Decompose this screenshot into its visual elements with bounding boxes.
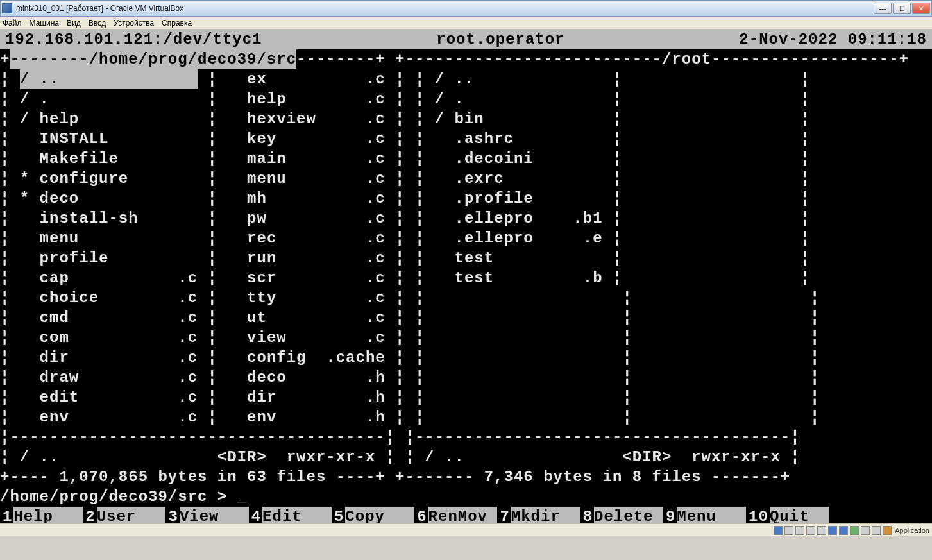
left-panel-path: /home/prog/deco39/src: [89, 49, 296, 69]
file-item[interactable]: draw .c: [20, 368, 198, 387]
file-item[interactable]: profile: [20, 248, 198, 268]
close-button[interactable]: ✕: [912, 3, 930, 14]
header-host: 192.168.101.121:/dev/ttyc1: [5, 30, 262, 49]
panel-info-row: ¦ / .. <DIR> rwxr-xr-x ¦ ¦ / .. <DIR> rw…: [0, 447, 932, 467]
file-item[interactable]: rec .c: [227, 228, 385, 248]
file-item[interactable]: config .cache: [227, 348, 385, 368]
fnkey-quit[interactable]: 10Quit: [746, 507, 829, 523]
file-item[interactable]: scr .c: [227, 268, 385, 288]
file-item[interactable]: menu .c: [227, 169, 385, 189]
panel-summary-row: +---- 1,070,865 bytes in 63 files ----+ …: [0, 467, 932, 487]
file-item[interactable]: key .c: [227, 129, 385, 149]
file-item[interactable]: .ashrc: [435, 129, 603, 149]
fnkey-view[interactable]: 3View: [165, 507, 248, 523]
app-icon: [2, 3, 12, 13]
file-item[interactable]: dir .c: [20, 348, 198, 368]
fnkey-help[interactable]: 1Help: [0, 507, 83, 523]
file-item[interactable]: edit .c: [20, 387, 198, 407]
file-item[interactable]: * deco: [20, 189, 198, 208]
file-item[interactable]: .exrc: [435, 169, 603, 189]
file-item[interactable]: com .c: [20, 328, 198, 348]
menubar: Файл Машина Вид Ввод Устройства Справка: [0, 17, 932, 30]
file-item[interactable]: help .c: [227, 89, 385, 109]
header-datetime: 2-Nov-2022 09:11:18: [739, 30, 927, 49]
file-item[interactable]: main .c: [227, 149, 385, 169]
fnkey-copy[interactable]: 5Copy: [332, 507, 414, 523]
file-item[interactable]: / bin: [435, 109, 603, 129]
menu-view[interactable]: Вид: [67, 19, 81, 28]
panel-header-row: +--------/home/prog/deco39/src--------+ …: [0, 49, 932, 69]
file-item[interactable]: / .: [20, 89, 198, 109]
fnkey-mkdir[interactable]: 7Mkdir: [497, 507, 580, 523]
file-item[interactable]: pw .c: [227, 208, 385, 228]
terminal[interactable]: 192.168.101.121:/dev/ttyc1 root.operator…: [0, 30, 932, 523]
file-item[interactable]: choice .c: [20, 288, 198, 308]
window-title: minix310_001 [Работает] - Oracle VM Virt…: [16, 4, 874, 13]
file-item[interactable]: deco .h: [227, 368, 385, 387]
fnkey-renmov[interactable]: 6RenMov: [414, 507, 497, 523]
file-item[interactable]: menu: [20, 228, 198, 248]
status-icon[interactable]: [861, 526, 870, 535]
file-item[interactable]: dir .h: [227, 387, 385, 407]
file-item[interactable]: / ..: [20, 69, 198, 89]
status-icon[interactable]: [784, 526, 793, 535]
vbox-statusbar: Application: [0, 523, 932, 536]
menu-file[interactable]: Файл: [3, 19, 22, 28]
menu-devices[interactable]: Устройства: [114, 19, 154, 28]
file-item[interactable]: tty .c: [227, 288, 385, 308]
fnkey-menu[interactable]: 9Menu: [663, 507, 746, 523]
fnkey-delete[interactable]: 8Delete: [580, 507, 663, 523]
file-item[interactable]: ut .c: [227, 308, 385, 328]
file-item[interactable]: run .c: [227, 248, 385, 268]
menu-machine[interactable]: Машина: [30, 19, 59, 28]
fnkey-edit[interactable]: 4Edit: [249, 507, 332, 523]
file-item[interactable]: .ellepro .e: [435, 228, 603, 248]
terminal-header: 192.168.101.121:/dev/ttyc1 root.operator…: [0, 30, 932, 49]
file-item[interactable]: env .h: [227, 407, 385, 427]
file-item[interactable]: ex .c: [227, 69, 385, 89]
file-listing: ¦ / .. ¦ ex .c ¦ ¦ / .. ¦ ¦¦ / . ¦ help …: [0, 69, 932, 427]
maximize-button[interactable]: ☐: [893, 3, 911, 14]
menu-input[interactable]: Ввод: [89, 19, 106, 28]
file-item[interactable]: install-sh: [20, 208, 198, 228]
status-icon[interactable]: [774, 526, 783, 535]
file-item[interactable]: * configure: [20, 169, 198, 189]
fnkey-user[interactable]: 2User: [83, 507, 165, 523]
function-keys: 1Help 2User 3View 4Edit 5Copy 6RenMov 7M…: [0, 507, 932, 523]
menu-help[interactable]: Справка: [162, 19, 192, 28]
file-item[interactable]: / .: [435, 89, 603, 109]
file-item[interactable]: mh .c: [227, 189, 385, 208]
status-app-label: Application: [895, 527, 929, 534]
file-item[interactable]: / ..: [435, 69, 603, 89]
command-prompt[interactable]: /home/prog/deco39/src > _: [0, 487, 932, 507]
status-icon[interactable]: [883, 526, 892, 535]
file-item[interactable]: cap .c: [20, 268, 198, 288]
status-icon[interactable]: [839, 526, 848, 535]
file-item[interactable]: INSTALL: [20, 129, 198, 149]
file-item[interactable]: hexview .c: [227, 109, 385, 129]
file-item[interactable]: / help: [20, 109, 198, 129]
file-item[interactable]: cmd .c: [20, 308, 198, 328]
right-panel-path: /root: [662, 49, 711, 69]
minimize-button[interactable]: —: [874, 3, 892, 14]
header-user: root.operator: [262, 30, 739, 49]
status-icon[interactable]: [806, 526, 815, 535]
status-icon[interactable]: [828, 526, 837, 535]
file-item[interactable]: .ellepro .b1: [435, 208, 603, 228]
file-item[interactable]: .profile: [435, 189, 603, 208]
status-icon[interactable]: [817, 526, 826, 535]
window-titlebar: minix310_001 [Работает] - Oracle VM Virt…: [0, 0, 932, 17]
file-item[interactable]: test .b: [435, 268, 603, 288]
status-icon[interactable]: [850, 526, 859, 535]
panel-separator: ¦--------------------------------------¦…: [0, 427, 932, 447]
file-item[interactable]: Makefile: [20, 149, 198, 169]
status-icon[interactable]: [872, 526, 881, 535]
file-item[interactable]: .decoini: [435, 149, 603, 169]
status-icon[interactable]: [795, 526, 804, 535]
file-item[interactable]: env .c: [20, 407, 198, 427]
file-item[interactable]: test: [435, 248, 603, 268]
file-item[interactable]: view .c: [227, 328, 385, 348]
